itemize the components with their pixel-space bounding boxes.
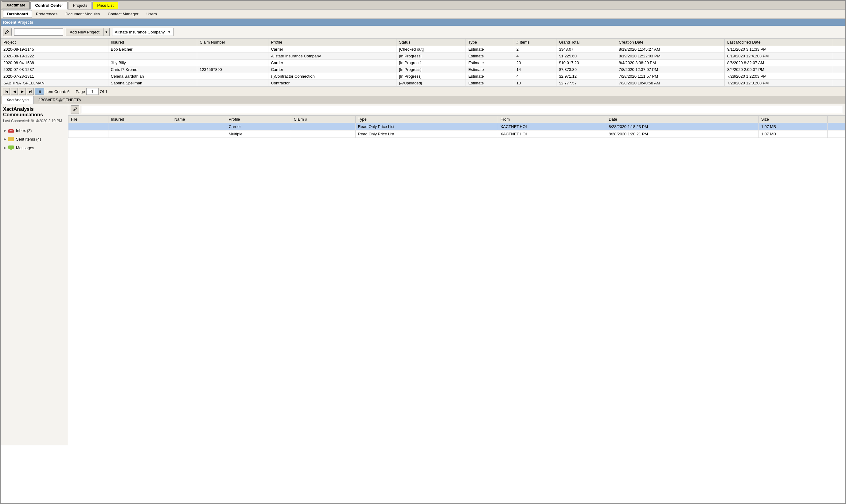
- projects-table-container: Project Insured Claim Number Profile Sta…: [1, 38, 845, 87]
- table-row[interactable]: 2020-07-08-1237Chris P. Kreme1234567890C…: [1, 66, 845, 73]
- col-insured: Insured: [108, 39, 197, 46]
- table-row[interactable]: 2020-08-19-1222Allstate Insurance Compan…: [1, 53, 845, 59]
- comm-col-spacer: [827, 116, 845, 123]
- page-label: Page: [75, 89, 85, 94]
- col-status: Status: [396, 39, 466, 46]
- comm-col-claim: Claim #: [291, 116, 355, 123]
- sent-label: Sent Items (4): [16, 137, 41, 142]
- add-project-arrow[interactable]: ▼: [103, 28, 109, 36]
- page-input[interactable]: 1: [86, 88, 99, 95]
- analysis-tab-bar: XactAnalysis JBOWERS@GENBETA: [1, 96, 845, 104]
- add-project-button[interactable]: Add New Project ▼: [66, 28, 110, 36]
- inbox-label: Inbox (2): [16, 128, 32, 133]
- table-row[interactable]: SABRINA_SPELLMANSabrina SpellmanContract…: [1, 80, 845, 87]
- projects-toolbar: 🖊 Add New Project ▼ Allstate Insurance C…: [1, 26, 845, 38]
- comm-col-name: Name: [172, 116, 226, 123]
- comm-table-container: File Insured Name Profile Claim # Type F…: [68, 115, 845, 138]
- company-dropdown-arrow: ▼: [168, 30, 171, 34]
- svg-rect-5: [8, 145, 14, 149]
- list-item[interactable]: MultipleRead Only Price ListXACTNET.HOI8…: [69, 130, 845, 138]
- menu-users[interactable]: Users: [142, 10, 161, 18]
- tab-projects[interactable]: Projects: [68, 2, 92, 9]
- col-project: Project: [1, 39, 108, 46]
- tab-price-list[interactable]: Price List: [92, 2, 118, 9]
- page-refresh-btn[interactable]: ⊞: [35, 88, 44, 95]
- menu-dashboard[interactable]: Dashboard: [3, 10, 32, 18]
- table-row[interactable]: 2020-07-28-1311Celena Sardothian(I)Contr…: [1, 73, 845, 80]
- nav-sent[interactable]: ▶ Sent Items (4): [3, 135, 66, 143]
- messages-label: Messages: [16, 145, 34, 150]
- comm-col-file: File: [69, 116, 108, 123]
- menu-preferences[interactable]: Preferences: [32, 10, 61, 18]
- bottom-section: XactAnalysis Communications Last Connect…: [1, 104, 845, 445]
- of-value: 1: [105, 89, 107, 94]
- tab-jbowers[interactable]: JBOWERS@GENBETA: [34, 96, 86, 104]
- comm-title: XactAnalysis Communications: [3, 107, 66, 118]
- page-prev-btn[interactable]: ◀: [11, 88, 18, 95]
- menu-contact-manager[interactable]: Contact Manager: [104, 10, 142, 18]
- col-total: Grand Total: [557, 39, 616, 46]
- list-item[interactable]: CarrierRead Only Price ListXACTNET.HOI8/…: [69, 123, 845, 130]
- item-count-value: 6: [67, 89, 69, 94]
- col-spacer: [833, 39, 845, 46]
- col-modified: Last Modified Date: [725, 39, 833, 46]
- tab-xactimate[interactable]: Xactimate: [2, 1, 30, 9]
- tab-control-center[interactable]: Control Center: [30, 2, 68, 10]
- table-row[interactable]: 2020-08-04-1538Jilly BillyCarrier[In Pro…: [1, 59, 845, 66]
- comm-col-type: Type: [355, 116, 498, 123]
- col-type: Type: [465, 39, 514, 46]
- menu-document-modules[interactable]: Document Modules: [61, 10, 104, 18]
- nav-messages[interactable]: ▶ Messages: [3, 143, 66, 152]
- comm-col-insured: Insured: [108, 116, 172, 123]
- page-first-btn[interactable]: |◀: [3, 88, 10, 95]
- sent-icon: [8, 136, 14, 142]
- company-label: Allstate Insurance Company: [115, 30, 165, 34]
- add-project-label: Add New Project: [66, 29, 103, 35]
- col-claim: Claim Number: [197, 39, 268, 46]
- of-label: Of: [100, 89, 104, 94]
- recent-projects-header: Recent Projects: [1, 19, 845, 26]
- messages-expand-icon: ▶: [4, 146, 6, 150]
- comm-col-from: From: [498, 116, 606, 123]
- item-count-label: Item Count:: [46, 89, 66, 94]
- clear-icon[interactable]: 🖊: [3, 28, 12, 36]
- company-dropdown[interactable]: Allstate Insurance Company ▼: [112, 28, 174, 36]
- comm-col-date: Date: [606, 116, 758, 123]
- menu-bar: Dashboard Preferences Document Modules C…: [1, 10, 845, 19]
- top-tab-bar: Xactimate Control Center Projects Price …: [1, 1, 845, 10]
- comm-col-size: Size: [758, 116, 827, 123]
- nav-inbox[interactable]: ▶ Inbox (2): [3, 126, 66, 135]
- page-next-btn[interactable]: ▶: [19, 88, 26, 95]
- comm-subtitle: Last Connected: 9/14/2020 2:10 PM: [3, 119, 66, 123]
- col-items: # Items: [514, 39, 556, 46]
- sent-expand-icon: ▶: [4, 137, 6, 141]
- right-panel: 🖊 File Insured Name Profile Claim # Type: [68, 104, 845, 445]
- table-row[interactable]: 2020-08-19-1145Bob BelcherCarrier[Checke…: [1, 46, 845, 53]
- search-input[interactable]: [14, 28, 63, 36]
- right-toolbar: 🖊: [68, 104, 845, 115]
- inbox-expand-icon: ▶: [4, 129, 6, 132]
- messages-icon: [8, 145, 14, 151]
- col-profile: Profile: [268, 39, 396, 46]
- right-search-input[interactable]: [81, 106, 843, 113]
- comm-table: File Insured Name Profile Claim # Type F…: [68, 115, 845, 138]
- col-created: Creation Date: [616, 39, 725, 46]
- left-panel: XactAnalysis Communications Last Connect…: [1, 104, 68, 445]
- page-last-btn[interactable]: ▶|: [27, 88, 34, 95]
- comm-col-profile: Profile: [226, 116, 291, 123]
- svg-marker-6: [10, 149, 13, 150]
- inbox-icon: [8, 127, 14, 133]
- tab-xactanalysis[interactable]: XactAnalysis: [2, 96, 34, 104]
- projects-table: Project Insured Claim Number Profile Sta…: [1, 38, 845, 87]
- pagination-bar: |◀ ◀ ▶ ▶| ⊞ Item Count: 6 Page 1 Of 1: [1, 87, 845, 96]
- right-clear-icon[interactable]: 🖊: [71, 105, 79, 114]
